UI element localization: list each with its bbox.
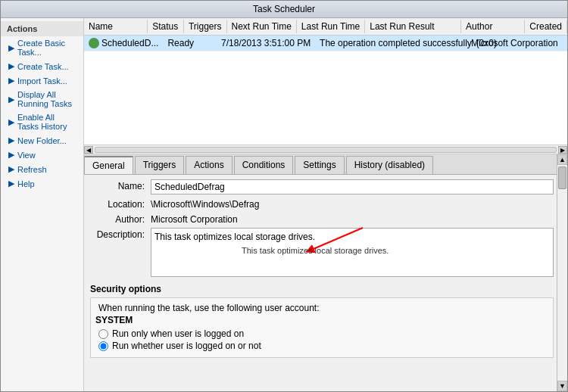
- radio-logged-on-label: Run only when user is logged on: [112, 328, 244, 339]
- scroll-right-btn[interactable]: ▶: [558, 146, 567, 154]
- left-panel: Actions ▶ Create Basic Task... ▶ Create …: [1, 18, 84, 391]
- arrow-icon-3: ▶: [8, 76, 14, 86]
- cell-next-run: [208, 42, 217, 44]
- radio-whether[interactable]: [98, 341, 108, 351]
- table-header: Name Status Triggers Next Run Time Last …: [84, 18, 567, 36]
- cell-author: Microsoft Corporation: [467, 37, 563, 49]
- scroll-left-btn[interactable]: ◀: [84, 146, 93, 154]
- arrow-icon: ▶: [8, 43, 14, 53]
- col-triggers[interactable]: Triggers: [184, 20, 227, 33]
- author-value: Microsoft Corporation: [151, 213, 554, 225]
- arrow-icon-4: ▶: [8, 95, 14, 104]
- arrow-icon-2: ▶: [8, 61, 14, 71]
- radio-logged-on[interactable]: [98, 329, 108, 339]
- security-account-value: SYSTEM: [95, 315, 548, 325]
- radio-whether-row: Run whether user is logged on or not: [98, 341, 548, 351]
- cell-last-run: 7/18/2013 3:51:00 PM: [217, 37, 315, 49]
- col-next-run[interactable]: Next Run Time: [227, 20, 297, 33]
- name-label: Name:: [90, 179, 151, 191]
- cell-status: Ready: [163, 37, 198, 49]
- arrow-icon-5: ▶: [8, 117, 14, 127]
- action-help[interactable]: ▶ Help: [1, 176, 83, 191]
- tab-actions[interactable]: Actions: [186, 156, 232, 174]
- cell-name: ScheduledD...: [84, 37, 163, 49]
- location-label: Location:: [90, 198, 151, 210]
- action-import-task[interactable]: ▶ Import Task...: [1, 73, 83, 88]
- col-author[interactable]: Author: [461, 20, 525, 33]
- arrow-icon-9: ▶: [8, 179, 14, 188]
- description-textarea[interactable]: [151, 228, 554, 277]
- location-row: Location: \Microsoft\Windows\Defrag: [90, 198, 554, 210]
- security-options-box: When running the task, use the following…: [90, 297, 554, 358]
- vertical-scrollbar[interactable]: ▲ ▼: [557, 154, 567, 391]
- col-created[interactable]: Created: [525, 20, 567, 33]
- horizontal-scrollbar[interactable]: ◀ ▶: [84, 145, 567, 154]
- scroll-up-btn[interactable]: ▲: [557, 154, 567, 165]
- description-wrapper: This task optimizes local storage drives…: [151, 228, 554, 279]
- action-refresh[interactable]: ▶ Refresh: [1, 162, 83, 176]
- action-enable-history[interactable]: ▶ Enable All Tasks History: [1, 110, 83, 133]
- author-label: Author:: [90, 213, 151, 225]
- col-name[interactable]: Name: [84, 20, 148, 33]
- arrow-icon-6: ▶: [8, 135, 14, 145]
- action-new-folder[interactable]: ▶ New Folder...: [1, 133, 83, 148]
- scroll-track-h[interactable]: [95, 147, 557, 153]
- action-view[interactable]: ▶ View: [1, 148, 83, 162]
- main-panel: Name Status Triggers Next Run Time Last …: [84, 18, 567, 391]
- col-last-result[interactable]: Last Run Result: [365, 20, 461, 33]
- tab-conditions[interactable]: Conditions: [234, 156, 294, 174]
- actions-title: Actions: [1, 21, 83, 36]
- task-scheduler-window: Task Scheduler Actions ▶ Create Basic Ta…: [0, 0, 568, 392]
- security-account-label: When running the task, use the following…: [98, 303, 548, 313]
- detail-wrapper: General Triggers Actions Conditions Sett…: [84, 154, 567, 391]
- tab-content-general: Name: Location: \Microsoft\Windows\Defra…: [84, 175, 567, 391]
- arrow-icon-8: ▶: [8, 164, 14, 174]
- author-row: Author: Microsoft Corporation: [90, 213, 554, 225]
- name-input[interactable]: [151, 179, 554, 194]
- description-row: Description:: [90, 228, 554, 279]
- action-create-basic[interactable]: ▶ Create Basic Task...: [1, 36, 83, 59]
- content-area: Actions ▶ Create Basic Task... ▶ Create …: [1, 18, 567, 391]
- tab-general[interactable]: General: [84, 156, 133, 174]
- task-table-area: Name Status Triggers Next Run Time Last …: [84, 18, 567, 154]
- title-bar: Task Scheduler: [1, 1, 567, 18]
- tab-triggers[interactable]: Triggers: [135, 156, 185, 174]
- scroll-thumb-v[interactable]: [558, 166, 566, 189]
- col-last-run[interactable]: Last Run Time: [297, 20, 365, 33]
- task-status-icon: [89, 38, 99, 48]
- scroll-track-v[interactable]: [557, 165, 567, 381]
- action-display-running[interactable]: ▶ Display All Running Tasks: [1, 88, 83, 110]
- description-label: Description:: [90, 228, 151, 240]
- tabs-bar: General Triggers Actions Conditions Sett…: [84, 154, 567, 175]
- task-table-body: ScheduledD... Ready 7/18/2013 3:51:00 PM…: [84, 36, 567, 145]
- security-section-title: Security options: [90, 284, 554, 294]
- cell-triggers: [198, 42, 208, 44]
- actions-section: Actions ▶ Create Basic Task... ▶ Create …: [1, 18, 83, 194]
- action-create-task[interactable]: ▶ Create Task...: [1, 59, 83, 73]
- radio-logged-on-row: Run only when user is logged on: [98, 328, 548, 339]
- cell-created: [563, 42, 567, 44]
- col-status[interactable]: Status: [148, 20, 184, 33]
- location-value: \Microsoft\Windows\Defrag: [151, 198, 554, 210]
- arrow-icon-7: ▶: [8, 150, 14, 160]
- scroll-down-btn[interactable]: ▼: [557, 381, 567, 391]
- tab-settings[interactable]: Settings: [295, 156, 344, 174]
- window-title: Task Scheduler: [253, 4, 315, 14]
- cell-last-result: The operation completed successfully. (0…: [315, 37, 467, 49]
- table-row[interactable]: ScheduledD... Ready 7/18/2013 3:51:00 PM…: [84, 36, 567, 51]
- tab-history[interactable]: History (disabled): [346, 156, 433, 174]
- name-row: Name:: [90, 179, 554, 194]
- radio-whether-label: Run whether user is logged on or not: [112, 341, 261, 351]
